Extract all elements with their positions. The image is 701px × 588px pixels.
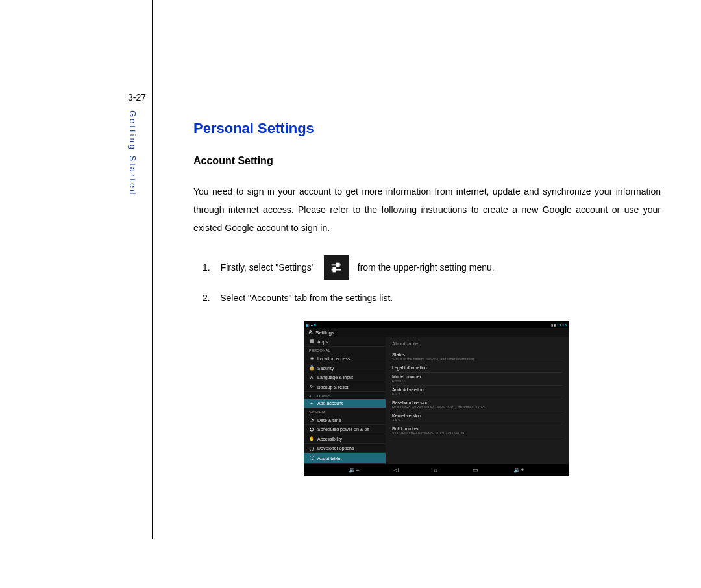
android-navbar: 🔉− ◁ ⌂ ▭ 🔉+ — [304, 464, 569, 476]
section-running-head: Getting Started — [128, 110, 138, 196]
about-android: Android version 4.2.2 — [392, 386, 562, 398]
nav-recent-icon[interactable]: ▭ — [473, 467, 478, 473]
svg-rect-3 — [333, 268, 336, 272]
embedded-tablet-screenshot: ◧ ▸ ⇅ ▮ ▮ 13:10 ⚙ Settings ▦Apps PERSONA… — [304, 321, 569, 476]
sidebar-item-accessibility[interactable]: ✋Accessibility — [304, 434, 386, 444]
intro-paragraph: You need to sign in your account to get … — [193, 182, 661, 237]
sidebar-item-about[interactable]: ⓘAbout tablet — [304, 453, 386, 464]
settings-title: Settings — [315, 330, 334, 336]
nav-back-icon[interactable]: ◁ — [394, 467, 399, 473]
settings-left-pane: ▦Apps PERSONAL ◈Location access 🔒Securit… — [304, 337, 386, 464]
sidebar-item-security[interactable]: 🔒Security — [304, 363, 386, 373]
about-tablet-title: About tablet — [392, 341, 562, 347]
location-icon: ◈ — [309, 356, 314, 361]
about-kernel: Kernel version 3.4.5 — [392, 411, 562, 424]
about-status[interactable]: Status Status of the battery, network, a… — [392, 350, 562, 363]
svg-rect-1 — [337, 263, 339, 267]
vertical-divider — [152, 0, 153, 539]
hand-icon: ✋ — [309, 436, 314, 441]
nav-vol-up-icon[interactable]: 🔉+ — [513, 467, 524, 473]
main-content: Personal Settings Account Setting You ne… — [193, 120, 661, 476]
nav-vol-down-icon[interactable]: 🔉− — [349, 467, 359, 473]
sliders-icon: ⚙ — [308, 330, 313, 336]
about-legal[interactable]: Legal information — [392, 363, 562, 373]
plus-icon: + — [309, 401, 314, 406]
category-personal: PERSONAL — [304, 347, 386, 354]
language-icon: A — [309, 375, 314, 380]
sidebar-item-apps[interactable]: ▦Apps — [304, 337, 386, 347]
category-accounts: ACCOUNTS — [304, 392, 386, 399]
sidebar-item-date[interactable]: ◔Date & time — [304, 415, 386, 425]
nav-home-icon[interactable]: ⌂ — [434, 467, 437, 473]
step-1-number: 1. — [203, 262, 210, 273]
step-2-text: Select "Accounts" tab from the settings … — [220, 293, 393, 303]
about-build: Build number V1.0 JELLYBEAN msi-MSI 2013… — [392, 424, 562, 437]
settings-right-pane: About tablet Status Status of the batter… — [386, 337, 569, 464]
page-number: 3-27 — [128, 92, 146, 103]
braces-icon: { } — [309, 446, 314, 450]
step-1-text-a: Firstly, select "Settings" — [221, 262, 315, 273]
info-icon: ⓘ — [309, 455, 314, 461]
status-left-icons: ◧ ▸ ⇅ — [306, 323, 317, 327]
power-icon: ⏻ — [309, 427, 314, 432]
about-model: Model number Primo76 — [392, 373, 562, 386]
settings-icon — [324, 255, 349, 280]
step-2: 2. Select "Accounts" tab from the settin… — [203, 293, 661, 303]
sidebar-item-power[interactable]: ⏻Scheduled power on & off — [304, 425, 386, 434]
status-time: ▮ ▮ 13:10 — [551, 323, 567, 327]
sidebar-item-add-account[interactable]: +Add account — [304, 399, 386, 408]
step-2-number: 2. — [203, 293, 210, 303]
sidebar-item-location[interactable]: ◈Location access — [304, 354, 386, 363]
sidebar-item-backup[interactable]: ↻Backup & reset — [304, 382, 386, 392]
clock-icon: ◔ — [309, 417, 314, 423]
heading-account-setting: Account Setting — [193, 155, 661, 167]
sidebar-item-language[interactable]: ALanguage & input — [304, 373, 386, 382]
apps-icon: ▦ — [309, 339, 314, 344]
step-1-text-b: from the upper-right setting menu. — [358, 262, 495, 273]
step-1: 1. Firstly, select "Settings" from the u… — [193, 255, 661, 280]
category-system: SYSTEM — [304, 408, 386, 415]
about-baseband: Baseband version MOLY.WR8.W1248.MD.WG.MP… — [392, 398, 562, 411]
sidebar-item-developer[interactable]: { }Developer options — [304, 444, 386, 453]
heading-personal-settings: Personal Settings — [193, 120, 661, 137]
backup-icon: ↻ — [309, 384, 314, 389]
status-bar: ◧ ▸ ⇅ ▮ ▮ 13:10 — [304, 321, 569, 328]
lock-icon: 🔒 — [309, 365, 314, 371]
settings-app-header: ⚙ Settings — [304, 328, 569, 337]
